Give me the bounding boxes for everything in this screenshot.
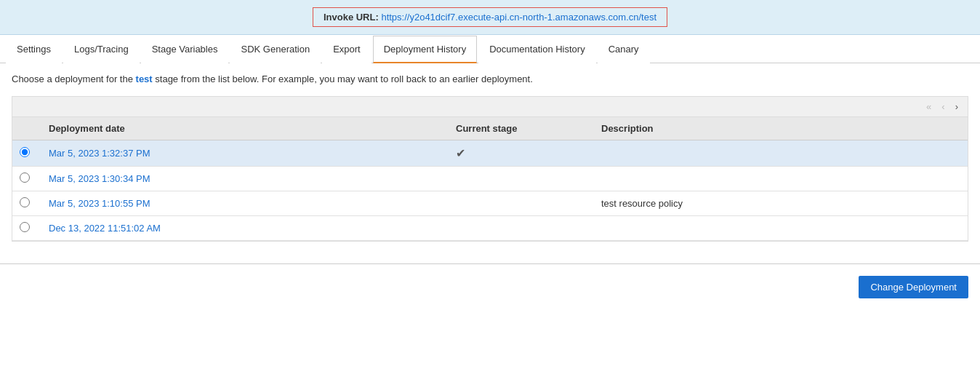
row-radio-1[interactable] — [20, 147, 30, 157]
description-text: Choose a deployment for the test stage f… — [12, 74, 968, 84]
table-header-row: Deployment date Current stage Descriptio… — [12, 117, 968, 140]
tab-sdk-generation[interactable]: SDK Generation — [230, 36, 321, 63]
table-row: Mar 5, 2023 1:30:34 PM — [12, 167, 968, 191]
footer: Change Deployment — [0, 263, 980, 310]
col-header-select — [12, 117, 41, 140]
tab-documentation-history[interactable]: Documentation History — [478, 36, 596, 63]
tab-deployment-history[interactable]: Deployment History — [373, 36, 477, 63]
row-description-2 — [594, 167, 968, 191]
row-stage-1: ✔ — [449, 140, 594, 167]
pagination-bar: « ‹ › — [12, 97, 968, 117]
table-row: Mar 5, 2023 1:32:37 PM✔ — [12, 140, 968, 167]
tab-stage-variables[interactable]: Stage Variables — [141, 36, 229, 63]
invoke-url-box: Invoke URL: https://y2o41dcif7.execute-a… — [313, 7, 667, 27]
row-stage-4 — [449, 216, 594, 241]
change-deployment-button[interactable]: Change Deployment — [859, 276, 968, 298]
row-stage-2 — [449, 167, 594, 191]
row-description-1 — [594, 140, 968, 167]
row-radio-4[interactable] — [20, 222, 30, 232]
invoke-url-label: Invoke URL: — [324, 12, 379, 23]
stage-check-icon: ✔ — [456, 147, 465, 159]
main-content: Choose a deployment for the test stage f… — [0, 63, 980, 252]
invoke-url-link[interactable]: https://y2o41dcif7.execute-api.cn-north-… — [381, 12, 656, 23]
row-date-2: Mar 5, 2023 1:30:34 PM — [49, 173, 150, 184]
tab-settings[interactable]: Settings — [6, 36, 62, 63]
tab-logs-tracing[interactable]: Logs/Tracing — [63, 36, 140, 63]
row-radio-3[interactable] — [20, 197, 30, 207]
row-date-1: Mar 5, 2023 1:32:37 PM — [49, 148, 150, 159]
row-description-4 — [594, 216, 968, 241]
col-header-description: Description — [594, 117, 968, 140]
deployment-table-container: « ‹ › Deployment date Current stage Desc… — [12, 96, 968, 242]
next-page-button[interactable]: › — [952, 100, 962, 114]
table-row: Dec 13, 2022 11:51:02 AM — [12, 216, 968, 241]
prev-page-button[interactable]: ‹ — [938, 100, 948, 114]
row-stage-3 — [449, 191, 594, 216]
row-date-4: Dec 13, 2022 11:51:02 AM — [49, 223, 161, 234]
invoke-url-banner: Invoke URL: https://y2o41dcif7.execute-a… — [0, 0, 980, 35]
deployment-table: Deployment date Current stage Descriptio… — [12, 117, 968, 241]
table-row: Mar 5, 2023 1:10:55 PMtest resource poli… — [12, 191, 968, 216]
description-suffix: stage from the list below. For example, … — [153, 74, 533, 84]
row-date-3: Mar 5, 2023 1:10:55 PM — [49, 198, 150, 209]
tabs-bar: Settings Logs/Tracing Stage Variables SD… — [0, 35, 980, 63]
col-header-current-stage: Current stage — [449, 117, 594, 140]
tab-canary[interactable]: Canary — [598, 36, 650, 63]
description-prefix: Choose a deployment for the — [12, 74, 136, 84]
description-stage: test — [136, 74, 153, 84]
row-radio-2[interactable] — [20, 172, 30, 183]
tab-export[interactable]: Export — [322, 36, 371, 63]
first-page-button[interactable]: « — [923, 100, 935, 114]
row-description-3: test resource policy — [594, 191, 968, 216]
col-header-deployment-date: Deployment date — [41, 117, 449, 140]
